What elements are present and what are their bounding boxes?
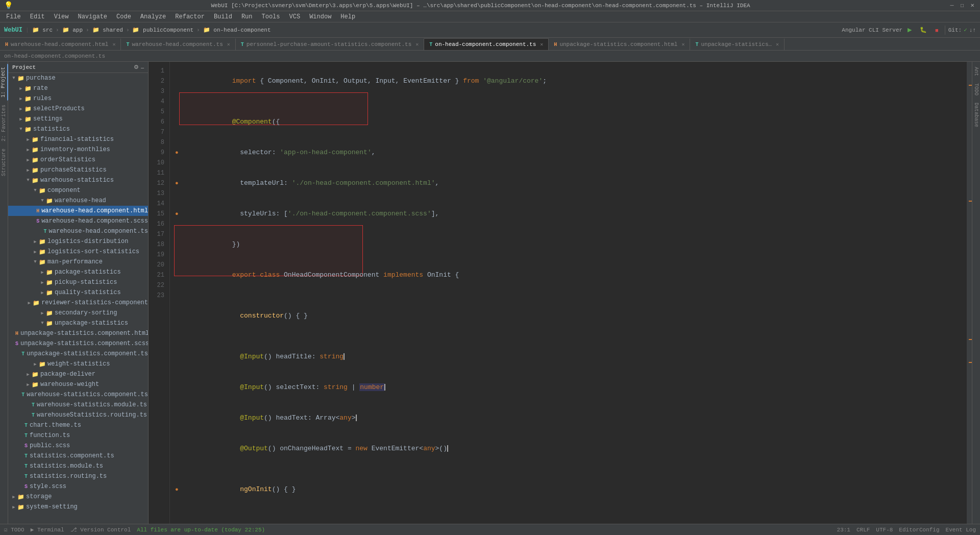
right-tab-ant[interactable]: Ant — [972, 64, 980, 79]
sidebar-tab-project[interactable]: 1: Project — [0, 64, 8, 101]
tree-item-logistics-sort[interactable]: ▶ 📁 logistics-sort-statistics — [8, 247, 148, 257]
tree-item-wh-module-ts[interactable]: T warehouse-statistics.module.ts — [8, 400, 148, 410]
tree-item-financial[interactable]: ▶ 📁 financial-statistics — [8, 134, 148, 144]
tree-item-inventory[interactable]: ▶ 📁 inventory-monthlies — [8, 144, 148, 155]
code-text-11 — [184, 331, 962, 342]
tab-unpackage-html[interactable]: H unpackage-statistics.component.html ✕ — [549, 38, 690, 50]
tree-item-function-ts[interactable]: T function.ts — [8, 430, 148, 441]
menu-view[interactable]: View — [50, 12, 73, 21]
menu-vcs[interactable]: VCS — [285, 12, 305, 21]
tree-item-stats-component-ts[interactable]: T statistics.component.ts — [8, 451, 148, 461]
tree-item-rate[interactable]: ▶ 📁 rate — [8, 83, 148, 93]
status-terminal[interactable]: ▶ Terminal — [31, 526, 64, 533]
tab-close-active[interactable]: ✕ — [540, 41, 543, 47]
right-tab-database[interactable]: Database — [972, 100, 980, 130]
status-vcs[interactable]: ⎇ Version Control — [70, 526, 131, 533]
tab-personnel-purchase[interactable]: T personnel-purchase-amount-statistics.c… — [236, 38, 425, 50]
tree-item-statistics[interactable]: ▼ 📁 statistics — [8, 124, 148, 134]
tab-on-head-component[interactable]: T on-head-component.component.ts ✕ — [424, 38, 549, 50]
tree-item-purchasestatistics[interactable]: ▶ 📁 purchaseStatistics — [8, 165, 148, 175]
tree-item-warehouse-weight[interactable]: ▶ 📁 warehouse-weight — [8, 379, 148, 390]
close-button[interactable]: ✕ — [969, 2, 976, 9]
minimize-button[interactable]: ─ — [948, 2, 955, 9]
tab-close-5[interactable]: ✕ — [681, 41, 684, 47]
onhead-breadcrumb[interactable]: 📁 on-head-component — [203, 27, 271, 33]
menu-edit[interactable]: Edit — [26, 12, 49, 21]
maximize-button[interactable]: □ — [959, 2, 966, 9]
tab-unpackage-ts[interactable]: T unpackage-statistics… ✕ — [690, 38, 785, 50]
tree-item-reviewer-stats[interactable]: ▶ 📁 reviewer-statistics-component — [8, 298, 148, 308]
run-button[interactable]: ▶ — [904, 26, 915, 34]
status-editorconfig[interactable]: EditorConfig — [899, 527, 939, 533]
tree-item-warehousehead[interactable]: ▼ 📁 warehouse-head — [8, 196, 148, 206]
publiccomponent-breadcrumb[interactable]: 📁 publicComponent — [132, 27, 193, 33]
sidebar-tab-favorites[interactable]: 2: Favorites — [0, 102, 8, 144]
tab-close-3[interactable]: ✕ — [415, 41, 419, 47]
menu-refactor[interactable]: Refactor — [171, 12, 209, 21]
tree-item-quality-stats[interactable]: ▶ 📁 quality-statistics — [8, 287, 148, 298]
status-eventlog[interactable]: Event Log — [946, 527, 976, 533]
panel-settings-btn[interactable]: ⚙ — [134, 64, 139, 70]
menu-navigate[interactable]: Navigate — [74, 12, 111, 21]
tree-item-rules[interactable]: ▶ 📁 rules — [8, 93, 148, 104]
tree-item-pickup-stats[interactable]: ▶ 📁 pickup-statistics — [8, 277, 148, 287]
file-tree[interactable]: ▼ 📁 purchase ▶ 📁 rate ▶ 📁 rules ▶ 📁 sel — [8, 73, 148, 524]
tree-item-wh-routing-ts[interactable]: T warehouseStatistics.routing.ts — [8, 410, 148, 420]
tree-item-settings[interactable]: ▶ 📁 settings — [8, 114, 148, 124]
tree-item-wh-scss[interactable]: S warehouse-head.component.scss — [8, 216, 148, 226]
tree-item-package-stats[interactable]: ▶ 📁 package-statistics — [8, 267, 148, 277]
menu-file[interactable]: File — [2, 12, 25, 21]
tree-item-component[interactable]: ▼ 📁 component — [8, 185, 148, 196]
menu-code[interactable]: Code — [112, 12, 135, 21]
tree-item-chart-theme[interactable]: T chart.theme.ts — [8, 420, 148, 430]
title-right[interactable]: ─ □ ✕ — [948, 2, 976, 9]
tree-item-public-scss[interactable]: S public.scss — [8, 441, 148, 451]
tab-close-6[interactable]: ✕ — [776, 41, 779, 47]
tree-item-orderstatistics[interactable]: ▶ 📁 orderStatistics — [8, 155, 148, 165]
tree-item-selectproducts[interactable]: ▶ 📁 selectProducts — [8, 104, 148, 114]
tree-item-system-setting[interactable]: ▶ 📁 system-setting — [8, 502, 148, 512]
tree-item-wh-ts[interactable]: T warehouse-head.component.ts — [8, 226, 148, 236]
tree-item-storage[interactable]: ▶ 📁 storage — [8, 492, 148, 502]
tree-item-style-scss[interactable]: S style.scss — [8, 481, 148, 492]
menu-window[interactable]: Window — [305, 12, 335, 21]
tree-item-unpack-ts[interactable]: T unpackage-statistics.component.ts — [8, 349, 148, 359]
tab-close-2[interactable]: ✕ — [227, 41, 230, 47]
tab-close-1[interactable]: ✕ — [112, 41, 115, 47]
tree-item-stats-routing-ts[interactable]: T statistics.routing.ts — [8, 471, 148, 481]
tab-warehouse-head-html[interactable]: H warehouse-head.component.html ✕ — [0, 38, 121, 50]
panel-collapse-btn[interactable]: – — [141, 64, 144, 70]
tree-item-wh-component-ts[interactable]: T warehouse-statistics.component.ts — [8, 390, 148, 400]
menu-analyze[interactable]: Analyze — [136, 12, 170, 21]
status-crlf[interactable]: CRLF — [856, 527, 870, 533]
menu-build[interactable]: Build — [210, 12, 236, 21]
tree-item-wh-html[interactable]: H warehouse-head.component.html — [8, 206, 148, 216]
stop-button[interactable]: ■ — [932, 26, 942, 34]
menu-tools[interactable]: Tools — [258, 12, 284, 21]
editor[interactable]: 1 2 3 4 5 6 7 8 9 10 11 12 13 14 15 16 1… — [149, 62, 972, 524]
tree-item-man-performance[interactable]: ▼ 📁 man-performance — [8, 257, 148, 267]
right-tab-todo[interactable]: TODO — [972, 80, 980, 99]
tree-item-stats-module-ts[interactable]: T statistics.module.ts — [8, 461, 148, 471]
debug-button[interactable]: 🐛 — [917, 26, 930, 34]
tree-item-secondary-sorting[interactable]: ▶ 📁 secondary-sorting — [8, 308, 148, 318]
sidebar-tab-structure[interactable]: Structure — [0, 145, 8, 179]
status-todo[interactable]: ☑ TODO — [4, 526, 24, 533]
tree-item-weight-stats[interactable]: ▶ 📁 weight-statistics — [8, 359, 148, 369]
src-breadcrumb[interactable]: 📁 src — [32, 27, 53, 33]
tree-item-package-deliver[interactable]: ▶ 📁 package-deliver — [8, 369, 148, 379]
menu-run[interactable]: Run — [237, 12, 257, 21]
tree-item-unpack-html[interactable]: H unpackage-statistics.component.html — [8, 328, 148, 338]
shared-breadcrumb[interactable]: 📁 shared — [92, 27, 123, 33]
tree-item-warehousestatistics[interactable]: ▼ 📁 warehouse-statistics — [8, 175, 148, 185]
menu-help[interactable]: Help — [336, 12, 359, 21]
tree-item-logistics-dist[interactable]: ▶ 📁 logistics-distribution — [8, 236, 148, 247]
status-position[interactable]: 23:1 — [837, 527, 850, 533]
status-encoding[interactable]: UTF-8 — [876, 527, 893, 533]
app-breadcrumb[interactable]: 📁 app — [62, 27, 83, 33]
tab-warehouse-head-ts[interactable]: T warehouse-head.component.ts ✕ — [121, 38, 235, 50]
tree-item-unpack-scss[interactable]: S unpackage-statistics.component.scss — [8, 338, 148, 349]
tree-item-unpackage-stats[interactable]: ▼ 📁 unpackage-statistics — [8, 318, 148, 328]
code-editor[interactable]: import { Component, OnInit, Output, Inpu… — [170, 62, 967, 524]
tree-item-purchase[interactable]: ▼ 📁 purchase — [8, 73, 148, 83]
